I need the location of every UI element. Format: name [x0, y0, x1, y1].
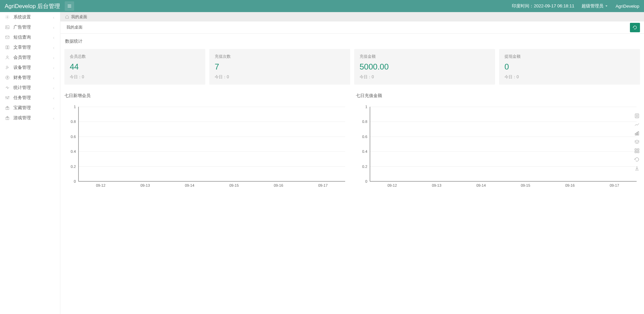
stat-card-0: 会员总数44今日：0: [64, 49, 205, 85]
server-time: 印度时间：2022-09-17 06:18:11: [512, 3, 574, 9]
sidebar-item-9[interactable]: 宝藏管理: [0, 103, 60, 113]
tabs-row: 我的桌面: [60, 21, 644, 34]
sidebar-item-3[interactable]: 文章管理: [0, 42, 60, 52]
stat-today: 今日：0: [215, 74, 345, 80]
breadcrumb: 我的桌面: [60, 12, 644, 21]
chart-toolbox: [634, 113, 640, 171]
home-icon: [65, 15, 69, 19]
svg-text:09-14: 09-14: [185, 183, 194, 187]
tab-current[interactable]: 我的桌面: [64, 25, 85, 30]
mail-icon: [5, 35, 10, 40]
svg-text:0.8: 0.8: [362, 120, 367, 124]
gift-icon: [5, 115, 10, 121]
sidebar-item-label: 游戏管理: [13, 115, 52, 121]
dollar-icon: [5, 75, 10, 80]
svg-text:09-16: 09-16: [565, 183, 575, 187]
sidebar-item-5[interactable]: 设备管理: [0, 62, 60, 73]
app-logo: AgriDevelop 后台管理: [5, 2, 60, 10]
image-icon: [5, 25, 10, 30]
sidebar-item-label: 短信查询: [13, 34, 52, 40]
sidebar-item-label: 宝藏管理: [13, 105, 52, 111]
svg-text:0.8: 0.8: [71, 120, 76, 124]
stats-row: 会员总数44今日：0充值次数7今日：0充值金额5000.00今日：0提现金额0今…: [64, 49, 640, 85]
user-menu[interactable]: 超级管理员: [582, 3, 608, 9]
chevron-left-icon: [52, 36, 55, 39]
toolbox-line-icon[interactable]: [634, 122, 640, 128]
svg-text:0.6: 0.6: [71, 135, 76, 139]
stat-value: 7: [215, 62, 345, 72]
stat-title: 提现金额: [504, 54, 635, 59]
svg-marker-65: [635, 140, 639, 142]
svg-text:1: 1: [365, 105, 367, 109]
svg-text:09-15: 09-15: [521, 183, 530, 187]
chart-panel-members: 七日新增会员 00.20.40.60.8109-1209-1309-1409-1…: [64, 93, 348, 191]
refresh-button[interactable]: [630, 23, 640, 32]
chevron-left-icon: [52, 46, 55, 49]
svg-text:09-17: 09-17: [610, 183, 619, 187]
stat-today: 今日：0: [70, 74, 200, 80]
svg-rect-67: [637, 149, 639, 150]
chevron-left-icon: [52, 66, 55, 69]
stat-card-2: 充值金额5000.00今日：0: [354, 49, 495, 85]
stat-card-3: 提现金额0今日：0: [499, 49, 640, 85]
breadcrumb-text: 我的桌面: [71, 14, 87, 20]
app-name-label: AgriDevelop: [615, 4, 639, 9]
toolbox-tiled-icon[interactable]: [634, 148, 640, 154]
chart-members: 00.20.40.60.8109-1209-1309-1409-1509-160…: [64, 103, 348, 191]
chart-recharge: 00.20.40.60.8109-1209-1309-1409-1509-160…: [356, 103, 640, 191]
user-role-label: 超级管理员: [582, 3, 603, 9]
tool-icon: [5, 65, 10, 70]
svg-rect-63: [637, 132, 638, 135]
svg-text:0.4: 0.4: [71, 149, 76, 153]
sidebar-item-label: 统计管理: [13, 85, 52, 91]
stat-card-1: 充值次数7今日：0: [209, 49, 350, 85]
toolbox-stack-icon[interactable]: [634, 139, 640, 145]
svg-text:0.2: 0.2: [71, 165, 76, 169]
sidebar-item-label: 文章管理: [13, 44, 52, 50]
svg-point-4: [7, 16, 8, 18]
sidebar-item-2[interactable]: 短信查询: [0, 32, 60, 42]
sidebar-item-label: 设备管理: [13, 64, 52, 71]
svg-rect-62: [635, 133, 636, 135]
toolbox-restore-icon[interactable]: [634, 156, 640, 163]
svg-marker-3: [606, 6, 607, 7]
sidebar: 系统设置广告管理短信查询文章管理会员管理设备管理财务管理统计管理任务管理宝藏管理…: [0, 12, 60, 314]
chart-panel-recharge: 七日充值金额 00.20.40.60.8109-1209-1309-1409-1…: [356, 93, 640, 191]
stat-title: 会员总数: [70, 54, 200, 59]
user-icon: [5, 55, 10, 60]
chevron-left-icon: [52, 15, 55, 19]
chevron-left-icon: [52, 56, 55, 59]
content-area: 数据统计 会员总数44今日：0充值次数7今日：0充值金额5000.00今日：0提…: [60, 34, 644, 314]
sidebar-item-4[interactable]: 会员管理: [0, 52, 60, 62]
charts-row: 七日新增会员 00.20.40.60.8109-1209-1309-1409-1…: [64, 93, 640, 191]
sidebar-item-6[interactable]: 财务管理: [0, 73, 60, 83]
toolbox-data-view[interactable]: [634, 113, 640, 119]
stat-title: 充值次数: [215, 54, 345, 59]
sidebar-item-0[interactable]: 系统设置: [0, 12, 60, 22]
svg-text:09-14: 09-14: [476, 183, 486, 187]
sidebar-item-7[interactable]: 统计管理: [0, 83, 60, 93]
refresh-icon: [633, 25, 637, 30]
main-area: 我的桌面 我的桌面 数据统计 会员总数44今日：0充值次数7今日：0充值金额50…: [60, 12, 644, 314]
sidebar-item-label: 任务管理: [13, 95, 52, 101]
sliders-icon: [5, 95, 10, 100]
stat-value: 5000.00: [360, 62, 490, 72]
sidebar-item-8[interactable]: 任务管理: [0, 93, 60, 103]
gift-icon: [5, 105, 10, 110]
chevron-left-icon: [52, 106, 55, 109]
sidebar-item-1[interactable]: 广告管理: [0, 22, 60, 32]
toolbox-download-icon[interactable]: [634, 165, 640, 171]
svg-text:09-13: 09-13: [432, 183, 441, 187]
sidebar-item-label: 广告管理: [13, 24, 52, 30]
menu-toggle-button[interactable]: [65, 1, 74, 11]
svg-text:1: 1: [74, 105, 76, 109]
pulse-icon: [5, 85, 10, 90]
chart-title: 七日充值金额: [356, 93, 640, 99]
chevron-left-icon: [52, 116, 55, 120]
caret-down-icon: [605, 4, 608, 8]
svg-text:0: 0: [74, 179, 76, 183]
sidebar-item-10[interactable]: 游戏管理: [0, 113, 60, 123]
toolbox-bar-icon[interactable]: [634, 130, 640, 136]
stat-title: 充值金额: [360, 54, 490, 59]
header-bar: AgriDevelop 后台管理 印度时间：2022-09-17 06:18:1…: [0, 0, 644, 12]
